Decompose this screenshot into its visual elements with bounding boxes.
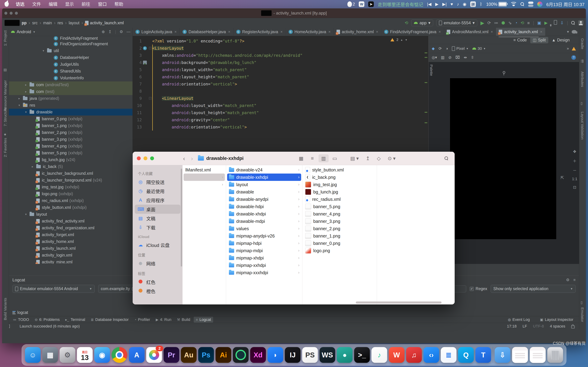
pin-dropdown-icon[interactable]: ◎▾ [432,55,437,60]
menu-item[interactable]: 前往 [78,0,94,8]
breadcrumb[interactable]: pp ›src›main›res›layout›activity_launch.… [5,20,124,26]
editor-tab[interactable]: CDatabaseHelper.java✕ [180,28,233,36]
tree-row[interactable]: CFindActivityFragment [9,36,132,41]
file-row[interactable]: img_test.jpg [303,181,376,188]
lock-icon[interactable] [571,325,575,328]
prev-warning-icon[interactable]: ▲ [400,38,403,41]
file-row[interactable]: banner_3.png [303,217,376,225]
control-center-icon[interactable] [528,1,533,7]
tree-row[interactable]: CVolunteerInfo [9,75,132,82]
indent-setting[interactable]: 4 spaces [550,324,565,329]
breadcrumb-item[interactable]: layout [69,21,79,25]
fold-icon[interactable]: − [149,97,152,100]
palette-tab[interactable]: Palette [429,65,433,76]
sidebar-item-dot-red[interactable]: 红色 [135,277,181,286]
design-scrollbar[interactable] [499,36,539,37]
editor-tab[interactable]: CLoginActivity.java✕ [133,28,180,36]
code-line[interactable]: 6 android:layout_height="match_parent" [133,73,428,80]
code-line[interactable]: 1<?xml version="1.0" encoding="utf-8"?> [133,37,428,45]
tree-row[interactable]: ic_launcher_background.xml [9,170,132,177]
hide-panel-button[interactable]: — [127,30,130,34]
horizontal-scrollbar[interactable] [356,301,441,304]
dock-system-preferences[interactable]: ⚙ [60,347,75,363]
tool-window-button-database-inspector[interactable]: ≣Database Inspector [89,317,131,323]
close-icon[interactable]: ✕ [439,30,441,34]
column-view-button[interactable]: ▥ [319,154,329,162]
forward-button[interactable]: › [191,155,193,162]
dock-photos[interactable]: 2 [146,347,162,363]
gradle-elephant-icon[interactable] [572,30,577,33]
tree-row[interactable]: banner_3.png (xxhdpi) [9,136,132,143]
file-row[interactable]: banner_1.png [303,232,376,240]
code-line[interactable]: 4 android:background="@drawable/bg_lunch… [133,59,428,66]
zoom-out-button[interactable]: － [572,167,577,173]
code-line[interactable]: 13 android:orientation="vertical"> [133,123,428,131]
file-row[interactable]: banner_4.png [303,210,376,217]
tool-window-button-todo[interactable]: ≔TODO [11,317,31,323]
sidebar-item-cloud[interactable]: ☁iCloud 云盘 [135,240,181,249]
more-actions-button[interactable]: ⊙ ▾ [388,156,396,161]
align-horizontal-icon[interactable]: ⇹ [464,55,467,60]
favorites-star-icon[interactable]: ★ [3,132,7,136]
tool-window-button-build[interactable]: ⚒Build [175,317,192,323]
align-vertical-icon[interactable]: ⇳ [471,55,474,60]
list-view-button[interactable]: ≡ [307,154,318,162]
tree-row[interactable]: logo.png (xxhdpi) [9,191,132,197]
dock-trash[interactable] [547,347,563,363]
theme-icon[interactable]: ◑ [446,46,448,51]
locate-file-button[interactable]: ⊕ [102,30,105,34]
chevron-down-icon[interactable]: ▾ [41,49,46,53]
debug-button[interactable]: ⬢ [501,20,505,25]
close-icon[interactable]: ✕ [376,30,378,34]
dock-android-studio[interactable] [233,347,249,363]
play-circle-icon[interactable]: ◉ [463,0,467,8]
sidebar-item-dot-orange[interactable]: 橙色 [135,286,181,296]
folder-row[interactable]: values› [227,225,301,232]
file-row[interactable]: style_button.xml [303,166,376,174]
gallery-view-button[interactable]: ▭ [330,154,340,162]
chevron-right-icon[interactable]: ▸ [24,90,28,93]
dock-tim[interactable]: T [476,347,491,363]
close-icon[interactable]: ✕ [228,30,231,34]
wps-icon[interactable]: W [359,1,364,7]
apple-menu-icon[interactable] [5,2,9,7]
file-row[interactable]: bg_lunch.jpg [303,188,376,196]
tool-window-button-profiler[interactable]: ◔Profiler [132,317,152,323]
tool-window-button-layout-inspector[interactable]: ▣Layout Inspector [538,317,575,323]
tree-row[interactable]: bg_lunch.jpg (v24) [9,156,132,163]
tree-row[interactable]: banner_1.png (xxhdpi) [9,122,132,129]
logcat-device-dropdown[interactable]: Emulator emulator-5554 Android ▼ [12,285,95,293]
line-ending[interactable]: LF [523,324,527,329]
tree-row[interactable]: CFindOrganizationFragment [9,41,132,47]
code-line[interactable]: 11 android:layout_height="match_parent" [133,109,428,116]
zoom-reset-button[interactable]: 1:1 [572,177,577,181]
finder-close-button[interactable] [137,156,141,160]
sidebar-scrollbar[interactable] [181,169,182,267]
device-dropdown[interactable]: Pixel ▼ [452,46,469,51]
folder-row[interactable]: › [184,181,225,188]
help-icon[interactable]: ? [571,55,576,60]
orientation-icon[interactable]: ⟳ [439,46,442,51]
search-icon[interactable] [520,2,524,6]
folder-row[interactable]: mipmap-mdpi› [227,247,301,254]
dock-screenshot-window-1[interactable] [512,347,528,363]
bookmark-icon[interactable]: ▤ [3,68,7,71]
dock-wps[interactable]: W [389,347,405,363]
wifi-icon[interactable] [511,2,517,7]
siri-icon[interactable] [537,1,543,7]
dock-terminal[interactable]: >_ [354,347,370,363]
sidebar-item-globe[interactable]: ⊕网络 [135,259,181,268]
folder-row[interactable]: drawable-hdpi› [227,203,301,210]
dock-tencent-docs[interactable]: ≣ [441,347,457,363]
tree-row[interactable]: ▾util [9,47,132,54]
logcat-filter-dropdown[interactable]: Show only selected application ▼ [491,285,576,293]
project-view-selector[interactable]: Android [17,29,31,34]
code-line[interactable]: 10 android:layout_width="match_parent" [133,102,428,109]
folder-row[interactable]: drawable-xhdpi› [227,210,301,217]
device-icon[interactable]: ▯ [581,101,584,105]
sidebar-item-doc[interactable]: ▤文稿 [135,214,181,223]
dock-photoshop[interactable]: Ps [198,347,214,363]
menu-item[interactable]: 文件 [29,0,44,8]
tree-row[interactable]: ▾drawable [9,109,132,116]
tool-window-button-terminal[interactable]: ▸_Terminal [63,317,87,323]
